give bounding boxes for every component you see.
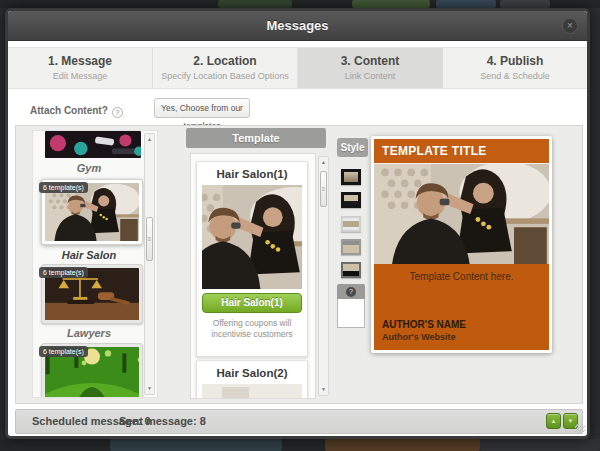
messages-modal: Messages × 1. Message Edit Message 2. Lo… <box>5 8 590 439</box>
tab-message[interactable]: 1. Message Edit Message <box>8 48 153 88</box>
background-color-swatch[interactable]: ? <box>337 284 365 328</box>
step-subtitle: Edit Message <box>8 71 152 81</box>
scroll-down-icon[interactable]: ▼ <box>145 383 154 394</box>
modal-title: Messages <box>8 11 587 41</box>
scroll-down-icon[interactable]: ▼ <box>319 384 328 395</box>
preview-author-website: Author's Website <box>382 332 541 342</box>
template-preview: TEMPLATE TITLE Template Content here. AU… <box>371 136 552 353</box>
preview-author-name: AUTHOR'S NAME <box>382 319 541 330</box>
choose-template-button[interactable]: Yes, Choose from our templates <box>154 98 250 118</box>
background-button <box>500 0 550 8</box>
template-panel-header: Template <box>186 128 326 148</box>
background-button <box>436 0 496 8</box>
attach-content-label: Attach Content?? <box>30 105 123 118</box>
preview-content-text: Template Content here. <box>374 264 549 282</box>
template-card-hair-salon-2[interactable]: Hair Salon(2) <box>196 360 308 399</box>
tab-publish[interactable]: 4. Publish Send & Schedule <box>443 48 587 88</box>
step-subtitle: Send & Schedule <box>443 71 587 81</box>
tab-location[interactable]: 2. Location Specify Location Based Optio… <box>153 48 298 88</box>
preview-body: TEMPLATE TITLE Template Content here. AU… <box>374 139 549 350</box>
hair-salon-photo <box>374 164 549 264</box>
content-panel: Gym 6 template(s) Hair Salon 6 template(… <box>15 125 583 404</box>
category-item-lawyers[interactable]: 6 template(s) <box>41 264 143 324</box>
template-caption: Offering coupons will incentivise custom… <box>199 318 305 339</box>
preview-title: TEMPLATE TITLE <box>374 139 549 164</box>
layout-style-4-icon[interactable] <box>341 239 361 255</box>
step-title: 4. Publish <box>443 54 587 68</box>
gym-photo[interactable] <box>45 131 141 158</box>
category-item-hair-salon[interactable]: 6 template(s) <box>41 179 143 245</box>
category-label-gym: Gym <box>33 162 145 174</box>
preview-author-block: AUTHOR'S NAME Author's Website <box>374 319 549 350</box>
template-count-badge: 6 template(s) <box>39 346 88 357</box>
category-label-hair-salon: Hair Salon <box>33 249 145 261</box>
salon-interior-photo <box>202 384 302 399</box>
step-title: 2. Location <box>153 54 297 68</box>
style-button[interactable]: Style <box>337 138 368 157</box>
template-list: Hair Salon(1) Hair Salon(1) Offering cou… <box>190 153 316 399</box>
scroll-up-icon[interactable]: ▲ <box>145 134 154 145</box>
layout-style-3-icon[interactable] <box>341 216 361 232</box>
scrollbar-grip: ≡ <box>148 236 152 242</box>
category-list: Gym 6 template(s) Hair Salon 6 template(… <box>32 130 158 398</box>
layout-style-1-icon[interactable] <box>341 169 361 185</box>
category-scrollbar[interactable]: ▲ ≡ ▼ <box>144 133 155 395</box>
status-bar: Scheduled message: 0 Sent message: 8 ▲ ▼ <box>15 409 583 434</box>
background-button <box>352 0 430 8</box>
step-subtitle: Specify Location Based Options <box>153 71 297 81</box>
swatch-header: ? <box>337 284 365 299</box>
close-icon[interactable]: × <box>562 18 578 34</box>
scroll-up-button[interactable]: ▲ <box>546 413 561 429</box>
background-block <box>110 439 282 451</box>
attach-content-text: Attach Content? <box>30 105 108 116</box>
template-card-title: Hair Salon(2) <box>197 367 307 379</box>
scroll-up-icon[interactable]: ▲ <box>319 157 328 168</box>
step-title: 1. Message <box>8 54 152 68</box>
background-button <box>218 0 292 8</box>
sent-message-count: Sent message: 8 <box>119 410 206 433</box>
background-page-bottom <box>0 439 600 451</box>
wizard-step-bar: 1. Message Edit Message 2. Location Spec… <box>8 47 587 89</box>
modal-header: Messages <box>8 11 587 41</box>
template-count-badge: 6 template(s) <box>39 182 88 193</box>
background-block <box>480 439 600 451</box>
scrollbar-thumb[interactable]: ≡ <box>320 171 327 207</box>
background-block <box>325 439 480 451</box>
template-card-title: Hair Salon(1) <box>197 168 307 180</box>
layout-style-5-icon[interactable] <box>341 262 361 278</box>
hair-salon-photo <box>202 185 302 289</box>
help-icon[interactable]: ? <box>112 107 123 118</box>
swatch-color[interactable] <box>337 299 365 328</box>
resize-handle[interactable] <box>575 424 585 434</box>
step-subtitle: Link Content <box>298 71 442 81</box>
help-icon[interactable]: ? <box>346 287 356 297</box>
scrollbar-thumb[interactable]: ≡ <box>146 217 153 261</box>
category-item-park[interactable]: 6 template(s) <box>41 343 143 398</box>
select-template-button[interactable]: Hair Salon(1) <box>202 293 302 313</box>
scrollbar-grip: ≡ <box>322 186 326 192</box>
category-label-lawyers: Lawyers <box>33 327 145 339</box>
template-count-badge: 6 template(s) <box>39 267 88 278</box>
template-card-hair-salon-1[interactable]: Hair Salon(1) Hair Salon(1) Offering cou… <box>196 161 308 357</box>
template-scrollbar[interactable]: ▲ ≡ ▼ <box>318 156 329 396</box>
background-page-top <box>0 0 600 8</box>
step-title: 3. Content <box>298 54 442 68</box>
tab-content[interactable]: 3. Content Link Content <box>298 48 443 88</box>
layout-style-2-icon[interactable] <box>341 192 361 208</box>
